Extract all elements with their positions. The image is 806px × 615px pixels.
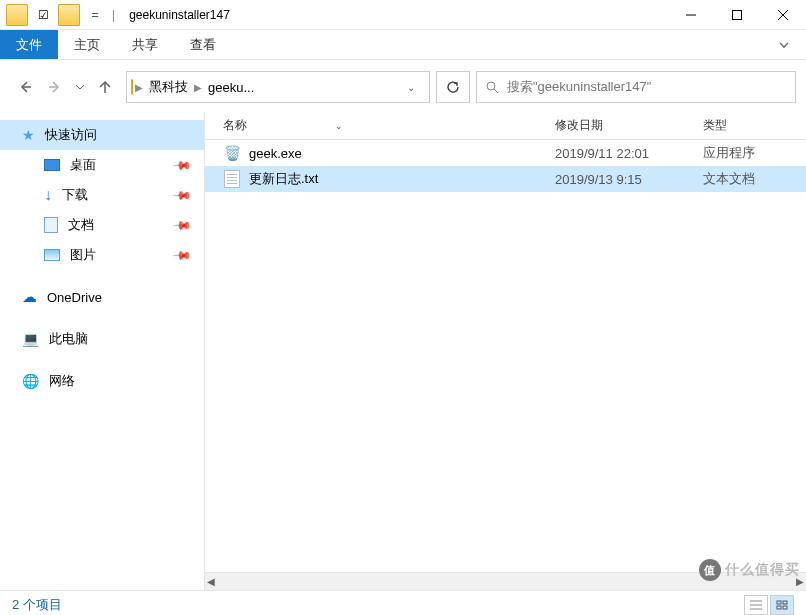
- search-input[interactable]: 搜索"geekuninstaller147": [476, 71, 796, 103]
- file-date: 2019/9/13 9:15: [555, 172, 703, 187]
- ribbon: 文件 主页 共享 查看: [0, 30, 806, 60]
- txt-icon: [223, 170, 241, 188]
- tab-file[interactable]: 文件: [0, 30, 58, 59]
- file-list: 🗑️ geek.exe 2019/9/11 22:01 应用程序 更新日志.tx…: [205, 140, 806, 572]
- doc-icon: [44, 217, 58, 233]
- column-name[interactable]: 名称 ⌄: [205, 117, 555, 134]
- file-row[interactable]: 🗑️ geek.exe 2019/9/11 22:01 应用程序: [205, 140, 806, 166]
- svg-rect-13: [783, 601, 787, 604]
- sidebar-label: 此电脑: [49, 330, 88, 348]
- qat-dropdown[interactable]: =: [84, 4, 106, 26]
- sidebar-label: 文档: [68, 216, 94, 234]
- sidebar-label: 桌面: [70, 156, 96, 174]
- scroll-left-icon[interactable]: ◀: [207, 576, 215, 587]
- status-bar: 2 个项目: [0, 590, 806, 615]
- address-dropdown[interactable]: ⌄: [397, 82, 425, 93]
- pin-icon: 📌: [172, 155, 193, 176]
- sidebar-label: OneDrive: [47, 290, 102, 305]
- sidebar-item-desktop[interactable]: 桌面 📌: [0, 150, 204, 180]
- svg-rect-15: [783, 606, 787, 609]
- pin-icon: 📌: [172, 215, 193, 236]
- sidebar-label: 网络: [49, 372, 75, 390]
- sidebar-label: 下载: [62, 186, 88, 204]
- star-icon: ★: [22, 127, 35, 143]
- sidebar-item-downloads[interactable]: ↓ 下载 📌: [0, 180, 204, 210]
- picture-icon: [44, 249, 60, 261]
- sort-indicator: ⌄: [335, 121, 343, 131]
- cloud-icon: ☁: [22, 288, 37, 306]
- expand-ribbon-button[interactable]: [762, 30, 806, 59]
- divider: |: [112, 8, 115, 22]
- sidebar-quick-access[interactable]: ★ 快速访问: [0, 120, 204, 150]
- up-button[interactable]: [94, 76, 116, 98]
- close-button[interactable]: [760, 0, 806, 30]
- desktop-icon: [44, 159, 60, 171]
- pin-icon: 📌: [172, 185, 193, 206]
- breadcrumb-item[interactable]: geeku...: [204, 80, 258, 95]
- content-pane: 名称 ⌄ 修改日期 类型 🗑️ geek.exe 2019/9/11 22:01…: [205, 112, 806, 590]
- sidebar-item-documents[interactable]: 文档 📌: [0, 210, 204, 240]
- column-date[interactable]: 修改日期: [555, 117, 703, 134]
- sidebar-item-thispc[interactable]: 💻 此电脑: [0, 324, 204, 354]
- svg-rect-12: [777, 601, 781, 604]
- quick-access-toolbar: ☑ =: [0, 4, 106, 26]
- view-details-button[interactable]: [744, 595, 768, 615]
- sidebar-item-pictures[interactable]: 图片 📌: [0, 240, 204, 270]
- sidebar-label: 图片: [70, 246, 96, 264]
- folder-icon: [58, 4, 80, 26]
- titlebar: ☑ = | geekuninstaller147: [0, 0, 806, 30]
- file-row[interactable]: 更新日志.txt 2019/9/13 9:15 文本文档: [205, 166, 806, 192]
- window-title: geekuninstaller147: [129, 8, 230, 22]
- tab-share[interactable]: 共享: [116, 30, 174, 59]
- exe-icon: 🗑️: [223, 144, 241, 162]
- svg-rect-14: [777, 606, 781, 609]
- file-name: 更新日志.txt: [249, 170, 318, 188]
- svg-line-8: [494, 89, 498, 93]
- svg-point-7: [487, 82, 495, 90]
- qat-item[interactable]: ☑: [32, 4, 54, 26]
- file-type: 应用程序: [703, 144, 806, 162]
- download-icon: ↓: [44, 186, 52, 204]
- search-placeholder: 搜索"geekuninstaller147": [507, 78, 651, 96]
- column-type[interactable]: 类型: [703, 117, 806, 134]
- file-name: geek.exe: [249, 146, 302, 161]
- main-area: ★ 快速访问 桌面 📌 ↓ 下载 📌 文档 📌 图片 📌 ☁ OneDrive: [0, 112, 806, 590]
- refresh-button[interactable]: [436, 71, 470, 103]
- sidebar-label: 快速访问: [45, 126, 97, 144]
- maximize-button[interactable]: [714, 0, 760, 30]
- forward-button[interactable]: [44, 76, 66, 98]
- breadcrumb-separator: ▶: [192, 82, 204, 93]
- back-button[interactable]: [14, 76, 36, 98]
- view-icons-button[interactable]: [770, 595, 794, 615]
- network-icon: 🌐: [22, 373, 39, 389]
- history-dropdown[interactable]: [74, 76, 86, 98]
- file-type: 文本文档: [703, 170, 806, 188]
- breadcrumb-separator: ▶: [133, 82, 145, 93]
- sidebar-item-onedrive[interactable]: ☁ OneDrive: [0, 282, 204, 312]
- status-item-count: 2 个项目: [12, 596, 62, 614]
- svg-rect-1: [733, 10, 742, 19]
- search-icon: [485, 80, 499, 94]
- folder-icon: [6, 4, 28, 26]
- address-bar[interactable]: ▶ 黑科技 ▶ geeku... ⌄: [126, 71, 430, 103]
- column-headers: 名称 ⌄ 修改日期 类型: [205, 112, 806, 140]
- navbar: ▶ 黑科技 ▶ geeku... ⌄ 搜索"geekuninstaller147…: [10, 68, 796, 106]
- tab-home[interactable]: 主页: [58, 30, 116, 59]
- pc-icon: 💻: [22, 331, 39, 347]
- watermark: 值 什么值得买: [699, 559, 800, 581]
- sidebar: ★ 快速访问 桌面 📌 ↓ 下载 📌 文档 📌 图片 📌 ☁ OneDrive: [0, 112, 205, 590]
- breadcrumb-item[interactable]: 黑科技: [145, 78, 192, 96]
- pin-icon: 📌: [172, 245, 193, 266]
- minimize-button[interactable]: [668, 0, 714, 30]
- file-date: 2019/9/11 22:01: [555, 146, 703, 161]
- sidebar-item-network[interactable]: 🌐 网络: [0, 366, 204, 396]
- tab-view[interactable]: 查看: [174, 30, 232, 59]
